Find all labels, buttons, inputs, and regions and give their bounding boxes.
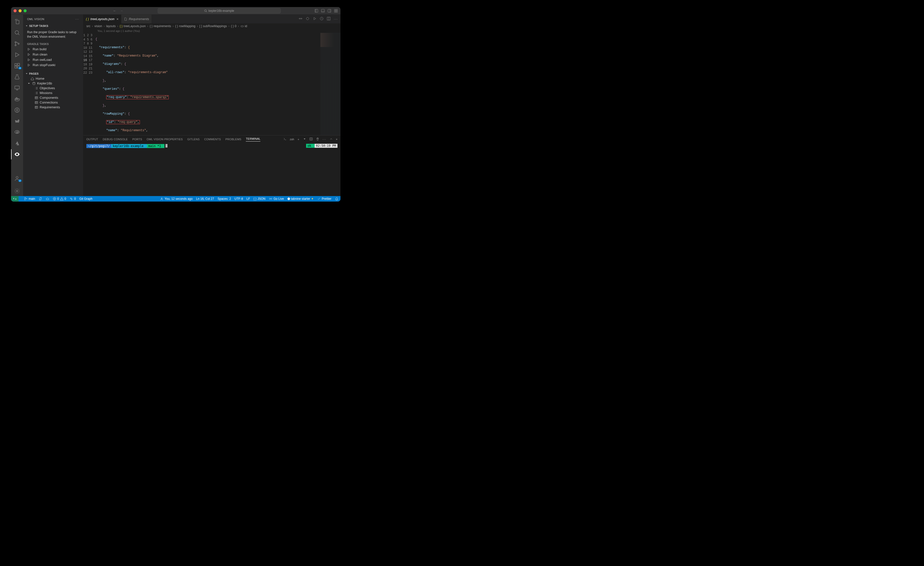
source-control-icon[interactable] [11, 39, 23, 49]
maximize-panel-icon[interactable] [329, 137, 333, 141]
azure-icon[interactable] [11, 138, 23, 148]
golive-button[interactable]: Go Live [269, 197, 284, 200]
panel-tab-ports[interactable]: PORTS [132, 138, 142, 141]
compare-icon[interactable] [306, 17, 310, 21]
problems-button[interactable]: 0 0 [53, 197, 66, 200]
r-icon[interactable] [11, 127, 23, 137]
gradle-icon[interactable] [11, 116, 23, 126]
notifications-button[interactable] [335, 197, 339, 200]
crumb[interactable]: id [245, 24, 247, 28]
code-content[interactable]: { "requirements": { "name": "Requirement… [95, 33, 340, 135]
language-button[interactable]: { } JSON [254, 197, 266, 200]
crumb[interactable]: subRowMappings [203, 24, 227, 28]
tab-requirements[interactable]: Requirements [121, 15, 152, 23]
split-terminal-icon[interactable] [309, 137, 313, 141]
crumb[interactable]: vision [94, 24, 102, 28]
toggle-panel-icon[interactable] [321, 9, 325, 13]
crumb[interactable]: src [86, 24, 90, 28]
panel-tab-problems[interactable]: PROBLEMS [225, 138, 242, 141]
tab-treelayouts[interactable]: { } treeLayouts.json × [83, 15, 121, 23]
new-terminal-icon[interactable]: ＋ [297, 137, 300, 141]
sidebar-more-icon[interactable]: ··· [75, 18, 79, 21]
settings-gear-icon[interactable] [11, 186, 23, 196]
pages-requirements[interactable]: Requirements [23, 105, 83, 110]
gitlens-toggle-icon[interactable] [298, 17, 303, 21]
docker-icon[interactable] [11, 94, 23, 104]
panel-tab-debug[interactable]: DEBUG CONSOLE [103, 138, 128, 141]
terminal-dropdown-icon[interactable] [303, 137, 306, 141]
gradle-task-stopfuseki[interactable]: Run stopFuseki [23, 62, 83, 68]
pages-missions[interactable]: Missions [23, 90, 83, 95]
eol-button[interactable]: LF [247, 197, 250, 200]
breadcrumb[interactable]: src› vision› layouts› { } treeLayouts.js… [83, 23, 340, 29]
ports-button[interactable]: 0 [69, 197, 76, 200]
zoom-window-button[interactable] [24, 9, 27, 12]
more-actions-icon[interactable]: ··· [334, 17, 338, 21]
gitgraph-button[interactable]: Git Graph [80, 197, 92, 200]
crumb[interactable]: 0 [235, 24, 237, 28]
pages-home[interactable]: Home [23, 76, 83, 81]
split-editor-icon[interactable] [327, 17, 331, 21]
cloud-button[interactable] [46, 197, 49, 200]
extensions-icon[interactable]: 4 [11, 61, 23, 71]
gradle-task-build[interactable]: Run build [23, 47, 83, 52]
remote-button[interactable] [11, 196, 19, 202]
close-window-button[interactable] [14, 9, 16, 12]
pages-kepler-folder[interactable]: Kepler16b [23, 81, 83, 86]
crumb[interactable]: requirements [154, 24, 171, 28]
pages-connections[interactable]: Connections [23, 100, 83, 105]
toggle-secondary-sidebar-icon[interactable] [327, 9, 332, 13]
testing-icon[interactable] [11, 72, 23, 82]
panel-tab-terminal[interactable]: TERMINAL [246, 137, 260, 142]
timeline-icon[interactable] [320, 17, 324, 21]
file-icon [124, 17, 127, 21]
code-editor[interactable]: 1 2 3 4 5 6 7 8 9 10 11 12 13 14 15 16 1… [83, 33, 340, 135]
run-icon[interactable] [313, 17, 316, 21]
accounts-icon[interactable]: 2 [11, 173, 23, 184]
panel-tab-comments[interactable]: COMMENTS [204, 138, 221, 141]
gitlens-icon[interactable] [11, 105, 23, 115]
prettier-button[interactable]: Prettier [317, 197, 332, 200]
run-debug-icon[interactable] [11, 50, 23, 60]
crumb[interactable]: treeLayouts.json [123, 24, 146, 28]
svg-point-22 [16, 109, 18, 111]
terminal[interactable]: ok 02:50:19 PM ~/git/pogi7/kepler16b-exa… [83, 143, 340, 196]
close-tab-icon[interactable]: × [117, 17, 118, 21]
encoding-button[interactable]: UTF-8 [234, 197, 243, 200]
terminal-profile-icon[interactable] [283, 137, 287, 141]
minimap[interactable] [320, 33, 340, 135]
svg-rect-5 [336, 9, 338, 11]
crumb[interactable]: layouts [106, 24, 116, 28]
prompt-repo: kepler16b-example [111, 144, 147, 148]
toggle-primary-sidebar-icon[interactable] [314, 9, 318, 13]
explorer-icon[interactable] [11, 17, 23, 27]
panel-tab-output[interactable]: OUTPUT [86, 138, 98, 141]
indentation-button[interactable]: Spaces: 2 [218, 197, 231, 200]
gradle-task-clean[interactable]: Run clean [23, 52, 83, 57]
panel-tab-gitlens[interactable]: GITLENS [187, 138, 200, 141]
branch-button[interactable]: main [24, 197, 35, 200]
command-center[interactable]: kepler16b-example [158, 8, 281, 14]
pages-components[interactable]: Components [23, 95, 83, 100]
pages-header[interactable]: PAGES [23, 71, 83, 76]
gradle-task-owlload[interactable]: Run owlLoad [23, 57, 83, 62]
nav-back-button[interactable]: ← [112, 8, 117, 13]
crumb[interactable]: rowMapping [179, 24, 195, 28]
remote-explorer-icon[interactable] [11, 83, 23, 93]
kill-terminal-icon[interactable] [316, 137, 320, 141]
blame-status[interactable]: You, 12 seconds ago [160, 197, 193, 200]
panel-more-icon[interactable]: ··· [322, 138, 326, 141]
sync-button[interactable] [39, 197, 42, 200]
search-icon[interactable] [11, 28, 23, 38]
customize-layout-icon[interactable] [334, 9, 338, 13]
oml-vision-icon[interactable] [11, 149, 23, 160]
setup-tasks-header[interactable]: SETUP TASKS [23, 23, 83, 29]
nav-forward-button[interactable]: → [119, 8, 124, 13]
cursor-position[interactable]: Ln 16, Col 27 [196, 197, 214, 200]
close-panel-icon[interactable]: × [336, 138, 338, 141]
panel-tab-omlvision[interactable]: OML VISION PROPERTIES [147, 138, 183, 141]
minimize-window-button[interactable] [19, 9, 22, 12]
pages-objectives[interactable]: Objectives [23, 86, 83, 90]
tabnine-button[interactable]: tabnine starter ✦ [288, 197, 314, 200]
terminal-shell-name[interactable]: zsh [290, 138, 294, 141]
